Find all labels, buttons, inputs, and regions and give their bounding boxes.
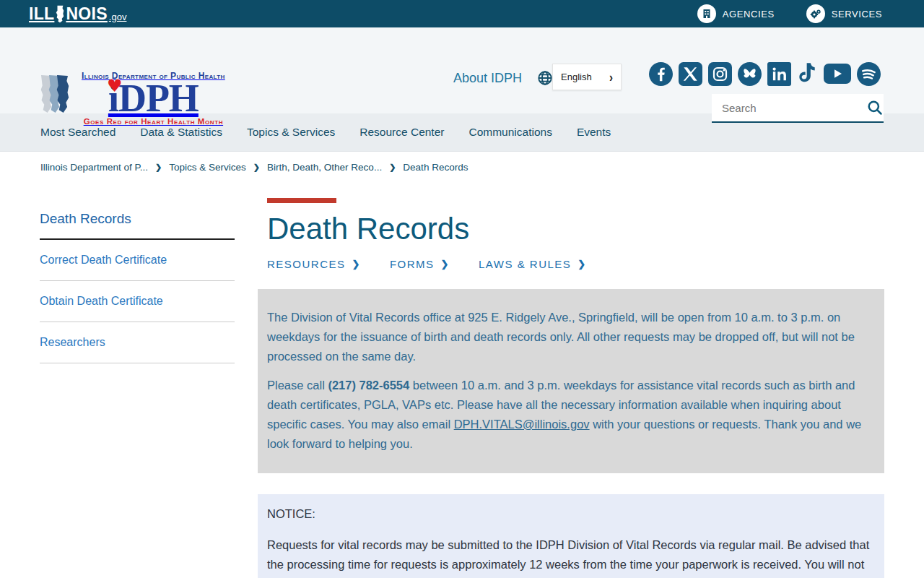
services-label: SERVICES (832, 9, 882, 20)
page-subnav: RESOURCES❯ FORMS❯ LAWS & RULES❯ (267, 258, 884, 270)
breadcrumb-current-page: Death Records (403, 162, 468, 173)
linkedin-icon[interactable] (767, 62, 791, 86)
chevron-right-icon: › (609, 69, 613, 84)
bluesky-icon[interactable] (738, 62, 762, 86)
idph-logo[interactable]: Illinois Department of Public Health iDP… (39, 71, 225, 133)
notice-body: Requests for vital records may be submit… (267, 535, 870, 578)
breadcrumb-topics-services[interactable]: Topics & Services (169, 162, 246, 173)
nav-item-communications[interactable]: Communications (468, 126, 552, 139)
nav-item-topics-services[interactable]: Topics & Services (247, 126, 335, 139)
chevron-right-icon: ❯ (441, 259, 450, 269)
main-column: Death Records RESOURCES❯ FORMS❯ LAWS & R… (258, 198, 884, 578)
sidebar-item-researchers[interactable]: Researchers (40, 322, 235, 363)
sidebar-item-correct-death-certificate[interactable]: Correct Death Certificate (40, 240, 235, 281)
idph-logo-text: Illinois Department of Public Health iDP… (82, 71, 225, 126)
chevron-right-icon: ❯ (578, 259, 586, 269)
gears-icon (806, 4, 825, 23)
chevron-right-icon: ❯ (352, 259, 361, 269)
alert-paragraph-2: Please call (217) 782-6554 between 10 a.… (267, 376, 870, 454)
illinois-states-icon (39, 71, 77, 133)
breadcrumb-birth-death-records[interactable]: Birth, Death, Other Reco... (267, 162, 382, 173)
sidebar-item-obtain-death-certificate[interactable]: Obtain Death Certificate (40, 281, 235, 322)
chevron-right-icon: ❯ (253, 163, 260, 172)
services-button[interactable]: SERVICES (806, 4, 882, 23)
sidebar: Death Records Correct Death Certificate … (40, 198, 235, 578)
sidebar-item-death-records[interactable]: Death Records (40, 204, 235, 240)
facebook-icon[interactable] (649, 62, 673, 86)
gov-topbar: ILL NOIS .gov AGENCIES SERVICES (0, 0, 924, 27)
youtube-icon[interactable] (824, 64, 851, 84)
illinois-state-icon (55, 4, 65, 23)
chevron-right-icon: ❯ (389, 163, 396, 172)
nav-item-resource-center[interactable]: Resource Center (359, 126, 444, 139)
heart-icon: ♥ (107, 78, 122, 94)
x-twitter-icon[interactable] (679, 62, 702, 86)
illinois-gov-logo[interactable]: ILL NOIS .gov (29, 4, 126, 24)
notice-box: NOTICE: Requests for vital records may b… (258, 494, 884, 578)
language-selector[interactable]: English › (552, 64, 622, 90)
illinois-gov-logo-left: ILL (29, 4, 54, 24)
phone-number: (217) 782-6554 (328, 379, 409, 392)
search-button[interactable] (866, 98, 884, 117)
spotify-icon[interactable] (857, 62, 881, 86)
agencies-button[interactable]: AGENCIES (697, 4, 775, 23)
accent-bar (267, 198, 336, 203)
tiktok-icon[interactable] (797, 61, 818, 86)
instagram-icon[interactable] (708, 62, 732, 86)
alert-paragraph-1: The Division of Vital Records office at … (267, 308, 870, 366)
subnav-laws-rules-link[interactable]: LAWS & RULES❯ (479, 258, 587, 270)
notice-heading: NOTICE: (267, 504, 870, 524)
page-title: Death Records (267, 212, 884, 246)
vital-records-alert-box: The Division of Vital Records office at … (258, 289, 884, 473)
about-idph-link[interactable]: About IDPH (453, 71, 522, 86)
language-selected-label: English (561, 72, 592, 82)
search-box (712, 94, 884, 123)
breadcrumb-home[interactable]: Illinois Department of P... (40, 162, 148, 173)
globe-icon (538, 71, 552, 88)
nav-item-events[interactable]: Events (577, 126, 611, 139)
idph-logo-acronym: iDPH ♥ (108, 81, 199, 117)
chevron-right-icon: ❯ (155, 163, 162, 172)
subnav-forms-link[interactable]: FORMS❯ (390, 258, 450, 270)
site-header: Illinois Department of Public Health iDP… (0, 27, 924, 113)
illinois-gov-logo-suffix: .gov (109, 12, 127, 22)
agencies-label: AGENCIES (723, 9, 775, 20)
subnav-resources-link[interactable]: RESOURCES❯ (267, 258, 361, 270)
content-area: Death Records Correct Death Certificate … (0, 182, 924, 578)
topbar-actions: AGENCIES SERVICES (697, 4, 882, 23)
illinois-gov-logo-right: NOIS (66, 4, 107, 24)
building-icon (697, 4, 716, 23)
social-links (649, 61, 881, 86)
breadcrumb: Illinois Department of P... ❯ Topics & S… (0, 152, 924, 182)
vitals-email-link[interactable]: DPH.VITALS@illinois.gov (454, 418, 590, 431)
search-input[interactable] (722, 102, 866, 114)
